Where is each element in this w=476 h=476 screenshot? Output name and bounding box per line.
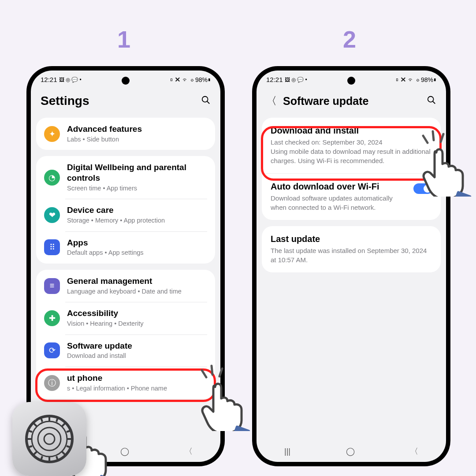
apps-icon: ⠿ (44, 239, 60, 255)
nav-home-icon[interactable]: ◯ (346, 446, 355, 456)
svg-line-10 (441, 134, 443, 142)
row-sub: Vision • Hearing • Dexterity (67, 320, 207, 328)
svg-line-8 (423, 136, 428, 143)
row-sub: Download software updates automatically … (271, 193, 409, 212)
row-sub: Storage • Memory • App protection (67, 216, 207, 225)
row-title: Device care (67, 205, 207, 216)
status-left-icons: 🖼 ◎ 💬 • (59, 77, 82, 83)
page-title: Software update (283, 95, 420, 108)
update-group-2: Last update The last update was installe… (262, 226, 441, 272)
row-title: Auto download over Wi-Fi (271, 182, 409, 192)
camera-hole (122, 77, 130, 85)
status-time: 12:21 (266, 76, 283, 83)
back-icon[interactable]: 〈 (266, 94, 277, 108)
row-sub: Default apps • App settings (67, 249, 207, 257)
tap-indicator-1 (184, 361, 255, 433)
svg-line-6 (219, 368, 222, 376)
row-title: Software update (67, 341, 207, 351)
nav-back-icon[interactable]: 〈 (185, 446, 193, 457)
settings-header: Settings (31, 86, 220, 118)
svg-point-0 (202, 96, 208, 102)
svg-point-16 (44, 434, 55, 444)
row-title: Accessibility (67, 308, 207, 319)
camera-hole (347, 77, 355, 85)
row-title: Digital Wellbeing and parental controls (67, 162, 207, 183)
svg-line-5 (212, 366, 212, 375)
row-wellbeing[interactable]: ◔ Digital Wellbeing and parental control… (36, 156, 215, 199)
row-title: Last update (271, 234, 432, 244)
svg-point-15 (38, 428, 61, 450)
settings-app-icon[interactable] (12, 402, 86, 476)
svg-rect-11 (455, 191, 472, 197)
device-care-icon: ❤ (44, 207, 60, 223)
search-icon[interactable] (201, 95, 211, 107)
accessibility-icon: ✚ (44, 310, 60, 326)
status-right-icons: ▯ ✕ ᯤ ⊘ 98%▮ (170, 76, 211, 83)
general-icon: ≡ (44, 278, 60, 294)
row-sub: Labs • Side button (67, 135, 207, 144)
row-sub: Download and install (67, 352, 207, 361)
software-update-header: 〈 Software update (257, 86, 446, 118)
nav-recents-icon[interactable]: ||| (284, 447, 290, 456)
svg-line-4 (202, 370, 206, 377)
row-general-management[interactable]: ≡ General management Language and keyboa… (36, 270, 215, 302)
svg-rect-7 (234, 425, 250, 431)
software-update-icon: ⟳ (44, 342, 60, 358)
settings-group-2: ◔ Digital Wellbeing and parental control… (36, 156, 215, 264)
page-title: Settings (41, 94, 195, 108)
search-icon[interactable] (427, 95, 436, 107)
row-last-update[interactable]: Last update The last update was installe… (262, 226, 441, 272)
svg-point-2 (428, 96, 434, 102)
svg-line-9 (433, 131, 434, 140)
nav-bar: ||| ◯ 〈 (257, 441, 446, 462)
row-sub: The last update was installed on Septemb… (271, 246, 432, 264)
svg-line-1 (207, 101, 210, 104)
tap-indicator-2 (405, 126, 476, 198)
row-apps[interactable]: ⠿ Apps Default apps • App settings (36, 231, 215, 264)
advanced-icon: ✦ (44, 126, 60, 142)
svg-line-3 (433, 101, 435, 104)
status-time: 12:21 (41, 76, 57, 83)
row-sub: Language and keyboard • Date and time (67, 287, 207, 296)
wellbeing-icon: ◔ (44, 170, 60, 186)
status-left-icons: 🖼 ◎ 💬 • (285, 77, 307, 83)
about-icon: ⓘ (44, 375, 60, 391)
row-device-care[interactable]: ❤ Device care Storage • Memory • App pro… (36, 199, 215, 231)
nav-back-icon[interactable]: 〈 (410, 446, 418, 457)
row-advanced-features[interactable]: ✦ Advanced features Labs • Side button (36, 118, 215, 150)
row-title: Advanced features (67, 124, 207, 134)
row-title: Apps (67, 238, 207, 248)
settings-group-1: ✦ Advanced features Labs • Side button (36, 118, 215, 150)
row-accessibility[interactable]: ✚ Accessibility Vision • Hearing • Dexte… (36, 302, 215, 334)
step-2-label: 2 (343, 26, 356, 53)
row-sub: Screen time • App timers (67, 184, 207, 193)
row-title: General management (67, 276, 207, 286)
status-right-icons: ▯ ✕ ᯤ ⊘ 98%▮ (395, 76, 436, 83)
step-1-label: 1 (117, 26, 130, 53)
